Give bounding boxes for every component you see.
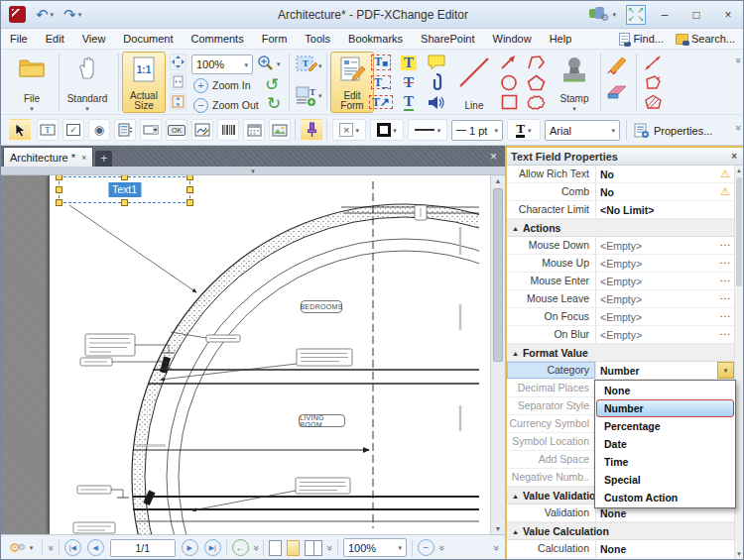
resize-handle[interactable] [121, 175, 128, 180]
tab-close-icon[interactable]: × [81, 153, 86, 163]
resize-handle[interactable] [186, 186, 193, 193]
document-viewport[interactable]: BEDROOMS LIVING ROOM Text1 ▲ ▼ [1, 175, 505, 534]
ellipsis-button[interactable]: ... [720, 327, 731, 337]
single-page-layout-button[interactable] [269, 540, 282, 556]
properties-button[interactable]: Properties... [634, 120, 712, 141]
collapse-icon[interactable]: » [324, 545, 334, 551]
property-row-mouse-leave[interactable]: Mouse Leave <Empty> ... [507, 290, 734, 308]
resize-handle[interactable] [186, 175, 193, 180]
close-button[interactable]: × [715, 6, 741, 24]
text-field-tool-button[interactable]: T [37, 119, 59, 141]
selected-text-field[interactable]: Text1 [59, 176, 190, 203]
close-document-button[interactable]: × [490, 150, 505, 167]
ellipsis-button[interactable]: ... [720, 291, 731, 301]
collapse-icon[interactable]: » [436, 545, 446, 551]
ellipsis-button[interactable]: ... [720, 256, 731, 266]
stamp-tool-button[interactable]: Stamp ▾ [553, 52, 596, 113]
property-row-on-focus[interactable]: On Focus <Empty> ... [507, 308, 734, 326]
launch-application-button[interactable]: ⚙ [589, 7, 609, 23]
rotate-cw-button[interactable]: ↻ [267, 95, 281, 112]
redo-button[interactable]: ↷ [63, 7, 76, 22]
collapse-icon[interactable]: » [491, 545, 501, 551]
add-text-tool-button[interactable]: T ▾ [295, 83, 322, 107]
sticky-note-button[interactable] [426, 53, 447, 72]
tab-architecture[interactable]: Architecture * × [3, 147, 93, 167]
area-tool-button[interactable] [642, 92, 664, 112]
next-page-button[interactable]: ▶ [182, 539, 198, 556]
oval-tool-button[interactable] [498, 72, 520, 92]
fit-visible-icon[interactable] [170, 93, 186, 110]
panel-header[interactable]: Text Field Properties × [507, 148, 743, 166]
fill-color-button[interactable]: × ▾ [332, 119, 366, 141]
minimize-button[interactable]: – [652, 6, 678, 24]
zoom-tool-button[interactable]: ▾ [257, 55, 281, 72]
menu-bookmarks[interactable]: Bookmarks [339, 31, 412, 47]
toolbar-collapse-icon[interactable]: » [733, 57, 743, 63]
file-button[interactable]: File ▾ [9, 52, 55, 113]
fullscreen-button[interactable]: ↖↗ ↙↘ [626, 5, 646, 25]
arrow-tool-button[interactable] [498, 53, 520, 72]
callout-tool-button[interactable]: T↗ [370, 92, 392, 112]
date-field-tool-button[interactable] [243, 119, 265, 141]
caret-down-icon[interactable]: ▾ [30, 544, 34, 551]
pencil-tool-button[interactable] [606, 55, 628, 74]
collapse-icon[interactable]: » [251, 545, 261, 551]
menu-tools[interactable]: Tools [296, 31, 339, 47]
checkbox-tool-button[interactable]: ✓ [62, 119, 84, 141]
menu-view[interactable]: View [73, 31, 115, 47]
dropdown-option-time[interactable]: Time [596, 453, 734, 471]
undo-button[interactable]: ↶ [36, 7, 49, 22]
property-row-comb[interactable]: Comb No ⚠ [507, 183, 734, 201]
resize-handle[interactable] [121, 199, 128, 206]
resize-handle[interactable] [56, 186, 62, 193]
last-page-button[interactable]: ▶| [204, 539, 221, 556]
select-fields-button[interactable] [9, 119, 31, 141]
search-button[interactable]: Search... [672, 32, 739, 46]
property-row-mouse-up[interactable]: Mouse Up <Empty> ... [507, 255, 734, 273]
line-tool-button[interactable]: Line [452, 52, 496, 113]
resize-handle[interactable] [186, 199, 193, 206]
two-page-layout-button[interactable] [305, 540, 322, 556]
perimeter-tool-button[interactable] [642, 72, 664, 92]
property-row-category[interactable]: Category Number ▾ [507, 362, 734, 380]
dropdown-option-custom-action[interactable]: Custom Action [596, 489, 734, 506]
edit-form-button[interactable]: Edit Form [330, 52, 374, 113]
new-tab-button[interactable]: + [95, 151, 112, 167]
launch-caret-icon[interactable]: ▾ [612, 11, 616, 18]
polygon-tool-button[interactable] [525, 72, 547, 92]
resize-handle[interactable] [56, 199, 62, 206]
maximize-button[interactable]: □ [683, 6, 709, 24]
property-row-mouse-enter[interactable]: Mouse Enter <Empty> ... [507, 273, 734, 290]
zoom-out-button[interactable]: − [418, 539, 434, 556]
toolbar-collapse-icon[interactable]: » [733, 125, 743, 131]
font-combo[interactable]: Arial ▾ [545, 120, 620, 141]
pdf-page[interactable]: BEDROOMS LIVING ROOM [50, 175, 490, 534]
eraser-tool-button[interactable] [606, 82, 628, 102]
scroll-up-icon[interactable]: ▲ [491, 177, 505, 184]
highlight-text-button[interactable]: T [398, 53, 420, 72]
property-row-calculation[interactable]: Calculation None [507, 540, 734, 558]
rotate-ccw-button[interactable]: ↺ [265, 76, 279, 93]
property-row-allow-rich-text[interactable]: Allow Rich Text No ⚠ [507, 166, 734, 183]
section-format-value[interactable]: ▲ Format Value [507, 344, 734, 362]
dropdown-option-special[interactable]: Special [596, 471, 734, 489]
barcode-tool-button[interactable] [217, 119, 239, 141]
zoom-in-button[interactable]: + Zoom In [193, 76, 251, 94]
distance-tool-button[interactable] [642, 53, 664, 72]
menu-file[interactable]: File [1, 31, 37, 47]
panel-close-icon[interactable]: × [731, 151, 739, 162]
page-number-input[interactable]: 1/1 [110, 539, 176, 557]
resize-handle[interactable] [56, 175, 62, 180]
signature-field-tool-button[interactable] [191, 119, 213, 141]
menu-sharepoint[interactable]: SharePoint [412, 31, 483, 47]
previous-page-button[interactable]: ◀ [87, 539, 104, 556]
ellipsis-button[interactable]: ... [720, 238, 731, 248]
scrollbar-thumb[interactable] [736, 177, 742, 286]
property-row-mouse-down[interactable]: Mouse Down <Empty> ... [507, 237, 734, 255]
standard-tool-button[interactable]: Standard ▾ [62, 52, 112, 113]
border-style-button[interactable]: ▾ [408, 119, 447, 141]
dropdown-option-date[interactable]: Date [596, 435, 734, 453]
fit-page-icon[interactable] [170, 54, 186, 70]
redo-caret-icon[interactable]: ▾ [78, 11, 82, 18]
dropdown-option-percentage[interactable]: Percentage [596, 417, 734, 435]
